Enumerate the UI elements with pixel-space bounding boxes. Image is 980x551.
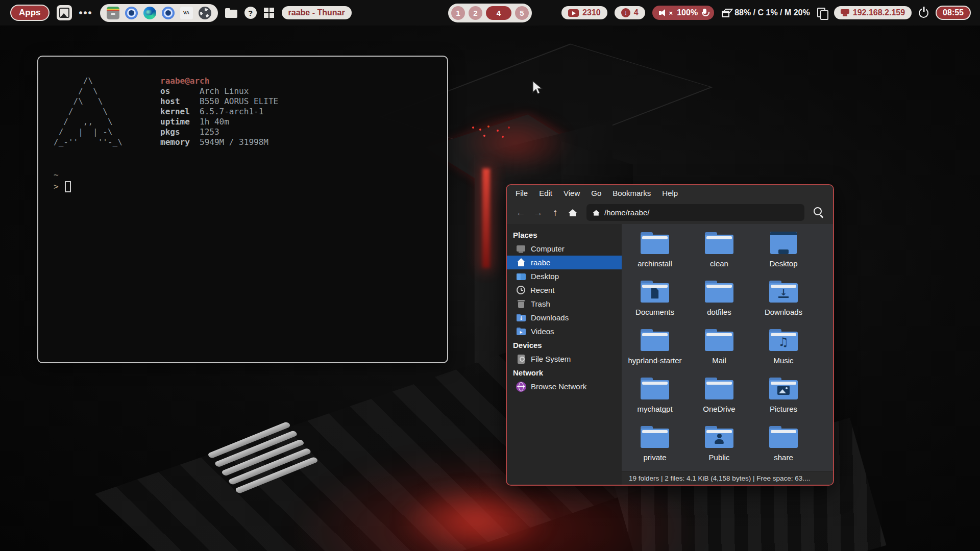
file-item[interactable]: private — [623, 422, 687, 470]
file-item[interactable]: Mail — [687, 325, 751, 373]
folder-emblem-icon — [778, 289, 789, 298]
workspace-button[interactable]: 4 — [486, 6, 511, 20]
back-button[interactable]: ← — [513, 205, 528, 220]
background-red-glow-core — [398, 485, 551, 551]
menu-item[interactable]: View — [558, 185, 585, 201]
file-label: OneDrive — [703, 405, 735, 413]
workspace-button[interactable]: 2 — [469, 6, 482, 20]
file-item[interactable]: Documents — [623, 277, 687, 325]
volume-level: 100% — [677, 8, 698, 17]
app-dock: VA — [100, 4, 218, 22]
dock-app-icon[interactable] — [162, 7, 175, 19]
path-bar[interactable]: /home/raabe/ — [586, 204, 804, 221]
windows-logo-icon[interactable] — [264, 8, 268, 12]
workspace-button[interactable]: 1 — [451, 6, 465, 20]
sidebar-place-item[interactable]: Videos — [507, 324, 622, 338]
file-label: Downloads — [765, 308, 802, 316]
overflow-dots-icon[interactable]: ••• — [79, 7, 93, 19]
menu-item[interactable]: Go — [585, 185, 607, 201]
background-slats — [204, 417, 322, 497]
sidebar-item-icon — [516, 299, 526, 309]
forward-button[interactable]: → — [530, 205, 546, 220]
menu-item[interactable]: Bookmarks — [607, 185, 656, 201]
clipboard-icon[interactable] — [817, 8, 827, 18]
file-item[interactable]: dotfiles — [687, 277, 751, 325]
fetch-info-line: pkgs1253 — [160, 127, 278, 137]
microphone-icon — [702, 9, 707, 17]
sidebar-item-label: Desktop — [531, 272, 559, 281]
folder-icon — [769, 230, 798, 256]
sidebar-place-item[interactable]: raabe — [507, 256, 622, 269]
file-item[interactable]: Pictures — [751, 373, 816, 422]
file-item[interactable]: share — [751, 422, 816, 470]
file-label: Desktop — [769, 259, 797, 268]
dock-app-icon[interactable] — [199, 7, 211, 19]
background-red-glow-top — [459, 112, 572, 173]
folder-icon — [640, 424, 670, 449]
folder-icon — [640, 279, 670, 304]
fetch-info-line: hostB550 AORUS ELITE — [160, 96, 278, 107]
folder-icon — [640, 375, 670, 401]
folder-icon — [704, 279, 734, 304]
wallpaper-icon[interactable] — [57, 5, 72, 20]
sidebar-item-label: Videos — [531, 327, 554, 336]
file-item[interactable]: Downloads — [751, 277, 816, 325]
sidebar-header-places: Places — [507, 228, 622, 242]
file-item[interactable]: archinstall — [623, 228, 687, 277]
terminal-cursor — [65, 181, 71, 192]
file-item[interactable]: Desktop — [751, 228, 816, 277]
folder-icon — [769, 327, 798, 353]
fetch-info-line: uptime1h 40m — [160, 117, 278, 127]
file-item[interactable]: Music — [751, 325, 816, 373]
dock-app-icon[interactable] — [143, 7, 156, 19]
updates-module[interactable]: ↓ 4 — [615, 6, 645, 19]
file-item[interactable]: Public — [687, 422, 751, 470]
file-item[interactable]: OneDrive — [687, 373, 751, 422]
sidebar-device-item[interactable]: File System — [507, 352, 622, 366]
dock-app-icon[interactable] — [107, 7, 119, 19]
status-bar: Apps ••• VA ? raabe - Thunar 1 — [0, 0, 980, 26]
folder-icon — [704, 375, 734, 401]
workspace-switcher: 1 2 4 5 — [448, 4, 532, 22]
sidebar-place-item[interactable]: Computer — [507, 242, 622, 256]
ethernet-icon — [841, 9, 849, 16]
sidebar-item-icon — [516, 313, 526, 323]
apps-button[interactable]: Apps — [10, 5, 50, 21]
home-button[interactable] — [565, 205, 580, 220]
menu-item[interactable]: File — [510, 185, 533, 201]
menubar: File Edit View Go Bookmarks Help — [507, 185, 833, 201]
file-label: Music — [773, 356, 793, 365]
power-icon[interactable] — [919, 8, 928, 18]
terminal-window[interactable]: /\ / \ /\ \ / \ / ,, \ / | | -\ /_-'' ''… — [37, 56, 448, 363]
youtube-module[interactable]: 2310 — [561, 6, 607, 19]
folder-icon — [640, 327, 670, 353]
file-item[interactable]: mychatgpt — [623, 373, 687, 422]
folder-icon — [704, 424, 734, 449]
file-item[interactable]: hyprland-starter — [623, 325, 687, 373]
file-item[interactable]: clean — [687, 228, 751, 277]
dock-app-icon[interactable]: VA — [180, 7, 193, 19]
sidebar-place-item[interactable]: Trash — [507, 297, 622, 311]
up-button[interactable]: ↑ — [548, 205, 563, 220]
prompt-path: ~ — [54, 170, 447, 180]
fastfetch-output: /\ / \ /\ \ / \ / ,, \ / | | -\ /_-'' ''… — [54, 76, 447, 147]
background-red-leds — [472, 127, 474, 129]
sidebar-network-item[interactable]: Browse Network — [507, 380, 622, 393]
folder-emblem-icon — [778, 335, 789, 348]
menu-item[interactable]: Edit — [533, 185, 558, 201]
clock[interactable]: 08:55 — [936, 6, 971, 20]
sidebar-place-item[interactable]: Recent — [507, 283, 622, 297]
sidebar-place-item[interactable]: Downloads — [507, 311, 622, 324]
workspace-button[interactable]: 5 — [515, 6, 529, 20]
menu-item[interactable]: Help — [656, 185, 683, 201]
volume-module[interactable]: × 100% — [652, 6, 715, 20]
dock-app-icon[interactable] — [125, 7, 138, 19]
search-button[interactable] — [811, 205, 827, 221]
help-icon[interactable]: ? — [244, 7, 257, 19]
sidebar-place-item[interactable]: Desktop — [507, 269, 622, 283]
folder-icon — [640, 230, 670, 256]
sidebar-item-label: Browse Network — [531, 382, 586, 391]
file-manager-icon[interactable] — [225, 8, 237, 18]
folder-icon — [704, 327, 734, 353]
network-module[interactable]: 192.168.2.159 — [834, 6, 912, 19]
